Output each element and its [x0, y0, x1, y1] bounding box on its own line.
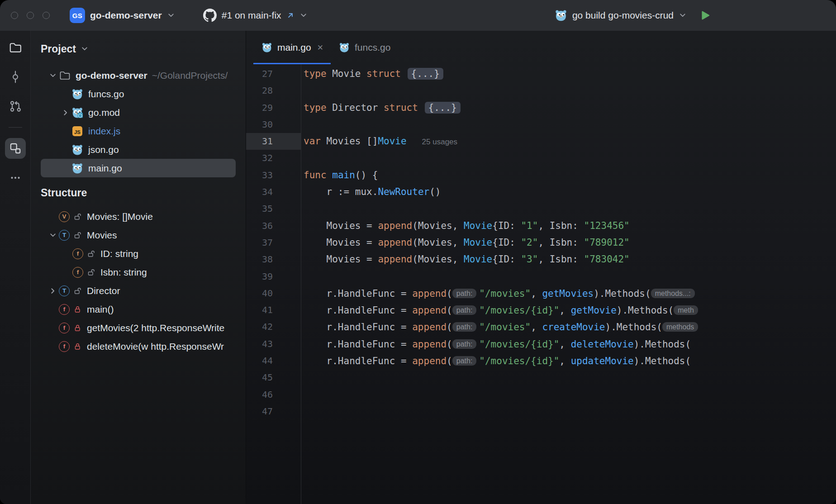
line-number[interactable]: 27 — [246, 66, 301, 82]
code-line[interactable] — [304, 386, 836, 403]
code-line[interactable]: Movies = append(Movies, Movie{ID: "2", I… — [304, 234, 836, 251]
code-line[interactable] — [304, 268, 836, 285]
line-number[interactable]: 30 — [246, 116, 301, 133]
code-line[interactable]: func main() { — [304, 167, 836, 184]
structure-item-main()[interactable]: fmain() — [41, 300, 236, 319]
structure-item-label: ID: string — [100, 248, 138, 259]
run-configuration-selector[interactable]: go build go-movies-crud — [555, 9, 687, 22]
project-tree-item-main.go[interactable]: main.go — [41, 159, 236, 177]
project-tree-item-go.mod[interactable]: go.mod — [41, 103, 236, 122]
structure-item-Director[interactable]: TDirector — [41, 281, 236, 300]
line-number[interactable]: 32 — [246, 150, 301, 166]
commit-icon — [9, 70, 22, 84]
line-number[interactable]: 31 — [246, 133, 301, 150]
minimize-window-button[interactable] — [27, 12, 34, 19]
folded-region[interactable]: {...} — [408, 68, 443, 80]
folded-region[interactable]: {...} — [425, 102, 461, 114]
chevron-down-icon[interactable] — [47, 71, 59, 80]
code-line[interactable]: r.HandleFunc = append(path:"/movies/{id}… — [304, 302, 836, 319]
code-line[interactable] — [304, 82, 836, 99]
project-tree-item-index.js[interactable]: JSindex.js — [41, 122, 236, 140]
code-line[interactable] — [304, 116, 836, 133]
tool-window-button-structure[interactable] — [5, 138, 26, 159]
tool-window-button-pull-requests[interactable] — [5, 96, 26, 117]
code-token — [401, 68, 407, 79]
close-window-button[interactable] — [11, 12, 18, 19]
line-number[interactable]: 37 — [246, 234, 301, 251]
structure-item-getMovies(2 http.ResponseWrite[interactable]: fgetMovies(2 http.ResponseWrite — [41, 319, 236, 337]
project-selector[interactable]: GS go-demo-server — [70, 8, 175, 23]
line-number[interactable]: 45 — [246, 369, 301, 386]
code-line[interactable] — [304, 200, 836, 217]
chevron-down-icon — [167, 11, 175, 19]
tab-funcs.go[interactable]: funcs.go — [331, 31, 398, 64]
code-token: Movies = — [304, 254, 378, 265]
chevron-right-icon[interactable] — [47, 287, 59, 295]
code-token: r.HandleFunc = — [304, 288, 412, 299]
code-line[interactable]: var Movies []Movie25 usages — [304, 133, 836, 150]
tool-window-button-commit[interactable] — [5, 67, 26, 87]
chevron-down-icon — [81, 45, 89, 53]
structure-item-Isbn: string[interactable]: fIsbn: string — [41, 263, 236, 281]
project-tree-item-go-demo-server[interactable]: go-demo-server~/GolandProjects/ — [41, 66, 236, 85]
vcs-branch-widget[interactable]: #1 on main-fix — [203, 9, 308, 22]
code-line[interactable]: Movies = append(Movies, Movie{ID: "1", I… — [304, 218, 836, 234]
chevron-right-icon[interactable] — [60, 109, 71, 117]
code-line[interactable]: r := mux.NewRouter() — [304, 184, 836, 200]
structure-item-ID: string[interactable]: fID: string — [41, 244, 236, 263]
code-token: ).Methods( — [605, 322, 662, 333]
tab-main.go[interactable]: main.go✕ — [253, 31, 331, 64]
code-line[interactable]: r.HandleFunc = append(path:"/movies", cr… — [304, 319, 836, 335]
js-file-icon: JS — [71, 125, 83, 137]
line-number[interactable]: 33 — [246, 167, 301, 184]
code-token — [327, 170, 332, 181]
code-line[interactable]: type Movie struct {...} — [304, 66, 836, 82]
tool-window-button-project[interactable] — [5, 37, 26, 58]
line-number[interactable]: 39 — [246, 268, 301, 285]
structure-item-Movies[interactable]: TMovies — [41, 226, 236, 244]
tab-label: main.go — [277, 42, 311, 53]
line-number[interactable]: 46 — [246, 386, 301, 403]
structure-item-deleteMovie(w http.ResponseWr[interactable]: fdeleteMovie(w http.ResponseWr — [41, 337, 236, 356]
code-token: , — [559, 339, 570, 350]
code-line[interactable] — [304, 403, 836, 420]
run-button[interactable] — [698, 9, 712, 22]
line-number[interactable]: 43 — [246, 336, 301, 352]
code-line[interactable] — [304, 369, 836, 386]
code-line[interactable]: r.HandleFunc = append(path:"/movies", ge… — [304, 285, 836, 302]
project-avatar: GS — [70, 8, 85, 23]
line-number[interactable]: 28 — [246, 82, 301, 99]
line-number[interactable]: 35 — [246, 200, 301, 217]
code-line[interactable]: Movies = append(Movies, Movie{ID: "3", I… — [304, 251, 836, 268]
line-number[interactable]: 44 — [246, 352, 301, 369]
line-number[interactable]: 34 — [246, 184, 301, 200]
line-number[interactable]: 29 — [246, 100, 301, 116]
code-token: , Isbn: — [538, 237, 584, 248]
usages-hint[interactable]: 25 usages — [422, 138, 457, 146]
chevron-down-icon[interactable] — [47, 231, 59, 239]
close-tab-icon[interactable]: ✕ — [317, 43, 323, 52]
code-line[interactable]: type Director struct {...} — [304, 100, 836, 116]
code-token: main — [332, 170, 355, 181]
code-line[interactable]: r.HandleFunc = append(path:"/movies/{id}… — [304, 352, 836, 369]
line-number[interactable]: 41 — [246, 302, 301, 319]
project-tree-item-funcs.go[interactable]: funcs.go — [41, 85, 236, 103]
project-pane-header[interactable]: Project — [31, 42, 246, 56]
code-line[interactable]: r.HandleFunc = append(path:"/movies/{id}… — [304, 336, 836, 352]
line-number[interactable]: 42 — [246, 319, 301, 335]
line-number[interactable]: 40 — [246, 285, 301, 302]
editor: main.go✕funcs.go 27282930313233343536373… — [246, 31, 836, 504]
code-line[interactable] — [304, 150, 836, 166]
line-number[interactable]: 47 — [246, 403, 301, 420]
parameter-hint: path: — [452, 289, 477, 298]
tool-window-button-more[interactable] — [5, 167, 26, 188]
project-tree-item-json.go[interactable]: json.go — [41, 140, 236, 159]
line-number[interactable]: 36 — [246, 218, 301, 234]
code-lines[interactable]: type Movie struct {...} type Director st… — [301, 64, 836, 504]
code-token: r.HandleFunc = — [304, 356, 412, 366]
code-token: (Movies, — [412, 254, 464, 265]
structure-item-Movies: []Movie[interactable]: VMovies: []Movie — [41, 207, 236, 226]
line-number[interactable]: 38 — [246, 251, 301, 268]
file-name: index.js — [88, 126, 120, 137]
zoom-window-button[interactable] — [43, 12, 50, 19]
